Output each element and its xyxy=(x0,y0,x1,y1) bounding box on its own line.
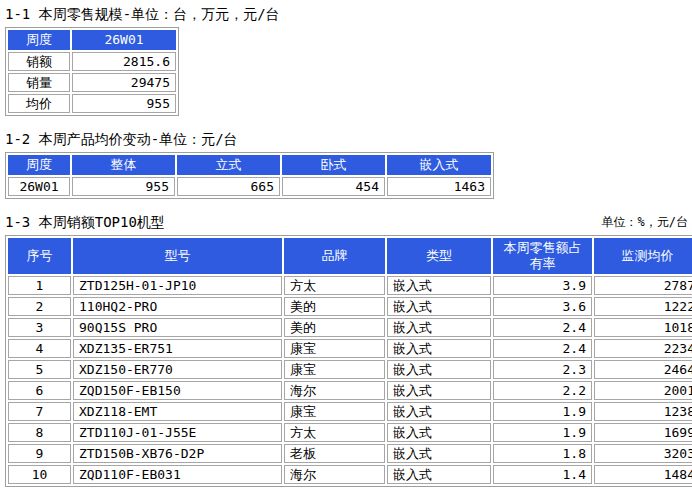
cell-week: 26W01 xyxy=(8,177,70,196)
col-header-brand: 品牌 xyxy=(284,238,385,274)
cell-model: ZTD125H-01-JP10 xyxy=(73,276,282,295)
cell-monitored-avg-price: 2234 xyxy=(594,339,692,358)
cell-model: 90Q15S PRO xyxy=(73,318,282,337)
col-header-rank: 序号 xyxy=(8,238,71,274)
cell-retail-share: 3.6 xyxy=(493,297,592,316)
cell-rank: 10 xyxy=(8,465,71,484)
cell-horizontal-price: 454 xyxy=(282,177,385,196)
cell-model: ZTD150B-XB76-D2P xyxy=(73,444,282,463)
cell-rank: 5 xyxy=(8,360,71,379)
avg-price-change-table: 周度 整体 立式 卧式 嵌入式 26W01 955 665 454 1463 xyxy=(5,152,494,199)
cell-rank: 2 xyxy=(8,297,71,316)
cell-type: 嵌入式 xyxy=(387,381,491,400)
cell-rank: 1 xyxy=(8,276,71,295)
section-1-3-title: 1-3 本周销额TOP10机型 xyxy=(5,214,165,230)
table-header-row: 周度 26W01 xyxy=(8,30,176,50)
table-row: 均价 955 xyxy=(8,94,176,113)
cell-monitored-avg-price: 2464 xyxy=(594,360,692,379)
col-header-week: 周度 xyxy=(8,155,70,175)
section-top10-models: 1-3 本周销额TOP10机型 单位：%，元/台 序号 型号 品牌 类型 本周零… xyxy=(5,214,688,487)
cell-brand: 海尔 xyxy=(284,465,385,484)
cell-monitored-avg-price: 1238 xyxy=(594,402,692,421)
cell-model: 110HQ2-PRO xyxy=(73,297,282,316)
table-row: 5 XDZ150-ER770 康宝 嵌入式 2.3 2464 xyxy=(8,360,692,379)
cell-type: 嵌入式 xyxy=(387,444,491,463)
table-header-row: 周度 整体 立式 卧式 嵌入式 xyxy=(8,155,491,175)
cell-freestanding-price: 665 xyxy=(177,177,280,196)
cell-type: 嵌入式 xyxy=(387,402,491,421)
col-header-retail-share: 本周零售额占有率 xyxy=(493,238,592,274)
cell-rank: 4 xyxy=(8,339,71,358)
col-header-builtin: 嵌入式 xyxy=(387,155,491,175)
cell-brand: 方太 xyxy=(284,423,385,442)
cell-monitored-avg-price: 1484 xyxy=(594,465,692,484)
cell-monitored-avg-price: 2001 xyxy=(594,381,692,400)
table-row: 9 ZTD150B-XB76-D2P 老板 嵌入式 1.8 3203 xyxy=(8,444,692,463)
cell-retail-share: 1.9 xyxy=(493,423,592,442)
cell-model: ZQD150F-EB150 xyxy=(73,381,282,400)
cell-monitored-avg-price: 1222 xyxy=(594,297,692,316)
table-row: 3 90Q15S PRO 美的 嵌入式 2.4 1018 xyxy=(8,318,692,337)
cell-type: 嵌入式 xyxy=(387,339,491,358)
cell-model: ZQD110F-EB031 xyxy=(73,465,282,484)
cell-monitored-avg-price: 3203 xyxy=(594,444,692,463)
table-row: 7 XDZ118-EMT 康宝 嵌入式 1.9 1238 xyxy=(8,402,692,421)
cell-brand: 海尔 xyxy=(284,381,385,400)
cell-rank: 9 xyxy=(8,444,71,463)
col-header-horizontal: 卧式 xyxy=(282,155,385,175)
cell-brand: 康宝 xyxy=(284,402,385,421)
cell-model: ZTD110J-01-J55E xyxy=(73,423,282,442)
table-row: 8 ZTD110J-01-J55E 方太 嵌入式 1.9 1699 xyxy=(8,423,692,442)
col-header-monitored-avg-price: 监测均价 xyxy=(594,238,692,274)
cell-retail-share: 1.4 xyxy=(493,465,592,484)
cell-brand: 康宝 xyxy=(284,339,385,358)
section-weekly-retail-scale: 1-1 本周零售规模-单位：台，万元，元/台 周度 26W01 销额 2815.… xyxy=(5,6,688,116)
row-label-avg-price: 均价 xyxy=(8,94,70,113)
cell-retail-share: 1.8 xyxy=(493,444,592,463)
weekly-retail-scale-table: 周度 26W01 销额 2815.6 销量 29475 均价 955 xyxy=(5,27,179,116)
cell-type: 嵌入式 xyxy=(387,423,491,442)
cell-brand: 康宝 xyxy=(284,360,385,379)
cell-retail-share: 2.4 xyxy=(493,318,592,337)
cell-retail-share: 2.4 xyxy=(493,339,592,358)
cell-retail-share: 2.3 xyxy=(493,360,592,379)
top10-models-table: 序号 型号 品牌 类型 本周零售额占有率 监测均价 1 ZTD125H-01-J… xyxy=(5,235,692,487)
table-row: 2 110HQ2-PRO 美的 嵌入式 3.6 1222 xyxy=(8,297,692,316)
table-row: 销额 2815.6 xyxy=(8,52,176,71)
section-avg-price-change: 1-2 本周产品均价变动-单位：元/台 周度 整体 立式 卧式 嵌入式 26W0… xyxy=(5,131,688,199)
section-1-3-title-row: 1-3 本周销额TOP10机型 单位：%，元/台 xyxy=(5,214,688,230)
unit-note: 单位：%，元/台 xyxy=(602,214,688,230)
col-header-model: 型号 xyxy=(73,238,282,274)
table-row: 26W01 955 665 454 1463 xyxy=(8,177,491,196)
cell-monitored-avg-price: 2787 xyxy=(594,276,692,295)
table-row: 销量 29475 xyxy=(8,73,176,92)
cell-builtin-price: 1463 xyxy=(387,177,491,196)
cell-brand: 美的 xyxy=(284,318,385,337)
table-row: 10 ZQD110F-EB031 海尔 嵌入式 1.4 1484 xyxy=(8,465,692,484)
col-header-type: 类型 xyxy=(387,238,491,274)
table-header-row: 序号 型号 品牌 类型 本周零售额占有率 监测均价 xyxy=(8,238,692,274)
col-header-freestanding: 立式 xyxy=(177,155,280,175)
cell-brand: 美的 xyxy=(284,297,385,316)
row-label-sales-volume: 销量 xyxy=(8,73,70,92)
cell-brand: 老板 xyxy=(284,444,385,463)
cell-monitored-avg-price: 1018 xyxy=(594,318,692,337)
col-header-overall: 整体 xyxy=(72,155,175,175)
cell-monitored-avg-price: 1699 xyxy=(594,423,692,442)
cell-type: 嵌入式 xyxy=(387,360,491,379)
row-label-sales-amount: 销额 xyxy=(8,52,70,71)
cell-sales-volume: 29475 xyxy=(72,73,176,92)
table-row: 1 ZTD125H-01-JP10 方太 嵌入式 3.9 2787 xyxy=(8,276,692,295)
cell-rank: 3 xyxy=(8,318,71,337)
cell-model: XDZ135-ER751 xyxy=(73,339,282,358)
cell-type: 嵌入式 xyxy=(387,465,491,484)
cell-rank: 6 xyxy=(8,381,71,400)
section-1-1-title: 1-1 本周零售规模-单位：台，万元，元/台 xyxy=(5,6,688,22)
cell-model: XDZ118-EMT xyxy=(73,402,282,421)
cell-retail-share: 3.9 xyxy=(493,276,592,295)
col-header-week: 周度 xyxy=(8,30,70,50)
cell-type: 嵌入式 xyxy=(387,318,491,337)
cell-rank: 8 xyxy=(8,423,71,442)
cell-overall-price: 955 xyxy=(72,177,175,196)
cell-sales-amount: 2815.6 xyxy=(72,52,176,71)
